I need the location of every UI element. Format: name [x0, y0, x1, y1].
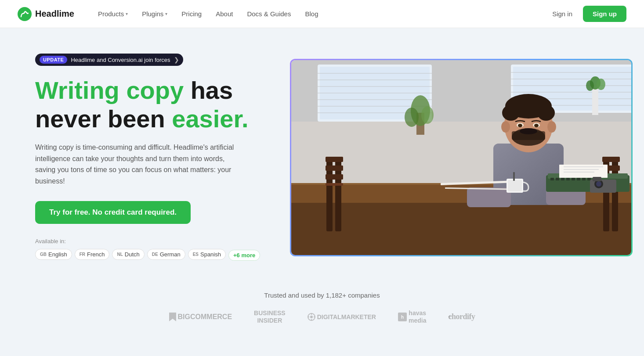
nav-blog[interactable]: Blog — [299, 7, 324, 21]
svg-rect-62 — [550, 178, 554, 180]
havas-icon: h — [398, 313, 407, 321]
lang-french[interactable]: FR French — [75, 249, 110, 260]
svg-rect-83 — [593, 177, 601, 181]
logo-chordify: chordify — [448, 312, 475, 321]
available-label: Available in: — [35, 238, 264, 245]
svg-point-27 — [597, 79, 605, 90]
svg-rect-35 — [326, 174, 343, 180]
svg-rect-73 — [564, 169, 599, 170]
svg-rect-74 — [564, 172, 594, 173]
hero-description: Writing copy is time-consuming and diffi… — [35, 142, 246, 187]
bigcommerce-icon — [169, 313, 176, 321]
svg-point-52 — [547, 121, 556, 133]
svg-rect-69 — [587, 178, 591, 180]
svg-rect-67 — [577, 178, 580, 180]
svg-rect-39 — [602, 157, 620, 162]
lang-german[interactable]: DE German — [147, 249, 185, 260]
svg-rect-64 — [561, 178, 564, 180]
svg-point-86 — [310, 316, 313, 318]
svg-rect-66 — [572, 178, 575, 180]
products-chevron-icon: ▾ — [126, 11, 128, 16]
signup-button[interactable]: Sign up — [583, 6, 626, 22]
nav-about[interactable]: About — [210, 7, 239, 21]
svg-marker-84 — [169, 313, 176, 321]
nav-links: Products ▾ Plugins ▾ Pricing About Docs … — [92, 7, 547, 21]
logo-business-insider: BUSINESSINSIDER — [254, 309, 286, 324]
svg-point-82 — [596, 181, 601, 187]
logo-bigcommerce: BIGCOMMERCE — [169, 313, 232, 321]
svg-rect-33 — [326, 157, 343, 162]
svg-point-22 — [405, 108, 419, 127]
signin-link[interactable]: Sign in — [547, 7, 578, 21]
update-arrow-icon: ❯ — [174, 56, 179, 63]
nav-docs[interactable]: Docs & Guides — [241, 7, 297, 21]
nav-products[interactable]: Products ▾ — [92, 7, 134, 21]
lang-english[interactable]: GB English — [35, 249, 72, 260]
lang-more[interactable]: +6 more — [228, 250, 260, 261]
trusted-logos: BIGCOMMERCE BUSINESSINSIDER DIGITALMARKE… — [18, 309, 626, 324]
lang-spanish[interactable]: ES Spanish — [188, 249, 226, 260]
update-badge[interactable]: UPDATE Headlime and Conversion.ai join f… — [35, 54, 183, 66]
hero-image-svg — [291, 60, 633, 256]
svg-rect-34 — [326, 165, 343, 171]
svg-rect-79 — [513, 172, 515, 181]
svg-rect-78 — [508, 180, 522, 191]
cta-button[interactable]: Try for free. No credit card required. — [35, 201, 191, 224]
svg-rect-68 — [582, 178, 586, 180]
update-badge-text: Headlime and Conversion.ai join forces — [71, 57, 170, 63]
nav-right: Sign in Sign up — [547, 6, 626, 22]
hero-image — [290, 59, 633, 256]
svg-rect-65 — [566, 178, 570, 180]
logo-havas-media: h havasmedia — [398, 309, 426, 324]
hero-section: UPDATE Headlime and Conversion.ai join f… — [0, 28, 644, 283]
trusted-title: Trusted and used by 1,182+ companies — [18, 291, 626, 299]
lang-dutch[interactable]: NL Dutch — [112, 249, 144, 260]
svg-point-51 — [501, 121, 510, 133]
headline-green-2: easier. — [172, 105, 248, 133]
svg-rect-63 — [556, 178, 559, 180]
plugins-chevron-icon: ▾ — [165, 11, 167, 16]
svg-point-50 — [537, 105, 555, 121]
navbar: Headlime Products ▾ Plugins ▾ Pricing Ab… — [0, 0, 644, 28]
svg-rect-36 — [326, 183, 343, 186]
logo-text: Headlime — [35, 9, 74, 19]
svg-rect-44 — [467, 187, 511, 207]
svg-point-57 — [518, 124, 522, 127]
digitalmarketer-icon — [308, 313, 315, 321]
svg-point-23 — [421, 106, 434, 124]
svg-rect-72 — [564, 166, 603, 167]
language-list: GB English FR French NL Dutch DE German … — [35, 249, 264, 262]
trusted-section: Trusted and used by 1,182+ companies BIG… — [0, 283, 644, 342]
headline-green-1: Writing copy — [35, 76, 184, 104]
svg-point-55 — [520, 128, 537, 134]
update-tag: UPDATE — [40, 56, 67, 64]
nav-pricing[interactable]: Pricing — [175, 7, 208, 21]
hero-right — [290, 59, 633, 256]
svg-text:h: h — [401, 315, 404, 320]
svg-rect-80 — [590, 180, 616, 193]
svg-point-0 — [18, 7, 32, 21]
nav-plugins[interactable]: Plugins ▾ — [136, 7, 174, 21]
logo[interactable]: Headlime — [18, 7, 74, 21]
svg-point-59 — [534, 124, 539, 127]
logo-digitalmarketer: DIGITALMARKETER — [308, 313, 376, 321]
svg-point-26 — [586, 80, 594, 91]
svg-rect-28 — [291, 201, 633, 256]
svg-point-49 — [502, 105, 520, 121]
hero-left: UPDATE Headlime and Conversion.ai join f… — [35, 54, 264, 261]
hero-headline: Writing copy hasnever been easier. — [35, 76, 264, 133]
